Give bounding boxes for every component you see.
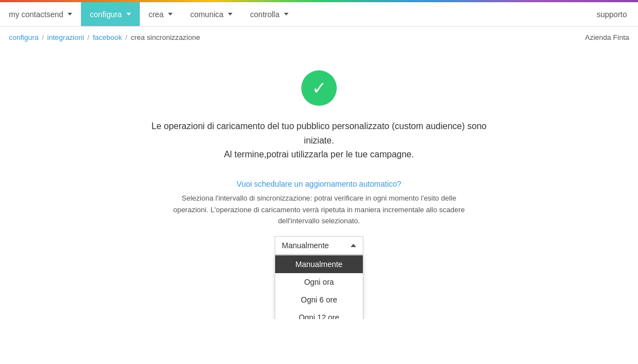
nav-support[interactable]: supporto (586, 2, 638, 26)
schedule-dropdown-trigger[interactable]: Manualmente (275, 236, 363, 255)
nav-caret-controlla (284, 13, 288, 16)
dropdown-option-ogni-12-ore[interactable]: Ogni 12 ore (275, 309, 363, 319)
breadcrumb-sep-3: / (125, 33, 128, 42)
success-line1: Le operazioni di caricamento del tuo pub… (151, 121, 487, 131)
schedule-desc: Seleziona l'intervallo di sincronizzazio… (169, 193, 469, 227)
schedule-title: Vuoi schedulare un aggiornamento automat… (169, 180, 469, 188)
nav-item-comunica[interactable]: comunica (181, 2, 241, 26)
breadcrumb-sep-1: / (42, 33, 44, 42)
breadcrumb: configura / integrazioni / facebook / cr… (0, 27, 638, 48)
nav-item-controlla[interactable]: controlla (241, 2, 297, 26)
dropdown-selected-value: Manualmente (282, 241, 329, 250)
nav-support-label: supporto (597, 10, 627, 19)
schedule-section: Vuoi schedulare un aggiornamento automat… (169, 180, 469, 255)
breadcrumb-sep-2: / (88, 33, 90, 42)
nav-label-configura: configura (90, 10, 122, 19)
nav-label-comunica: comunica (190, 10, 224, 19)
nav-caret-my-contactsend (68, 13, 72, 16)
schedule-dropdown-menu: Manualmente Ogni ora Ogni 6 ore Ogni 12 … (275, 255, 363, 319)
main-content: ✓ Le operazioni di caricamento del tuo p… (0, 48, 638, 319)
schedule-dropdown-wrapper: Manualmente Manualmente Ogni ora Ogni 6 … (275, 236, 363, 255)
main-nav: my contactsend configura crea comunica c… (0, 2, 638, 27)
breadcrumb-configura[interactable]: configura (9, 33, 38, 42)
dropdown-option-ogni-6-ore[interactable]: Ogni 6 ore (275, 291, 363, 309)
nav-label-crea: crea (149, 10, 164, 19)
nav-label-my-contactsend: my contactsend (9, 10, 63, 19)
nav-item-my-contactsend[interactable]: my contactsend (0, 2, 81, 26)
nav-caret-crea (168, 13, 173, 16)
success-message: Le operazioni di caricamento del tuo pub… (151, 119, 487, 162)
dropdown-option-manualmente[interactable]: Manualmente (275, 255, 363, 273)
dropdown-option-ogni-ora[interactable]: Ogni ora (275, 273, 363, 291)
success-line2: iniziate. (304, 136, 334, 145)
success-line3: Al termine,potrai utilizzarla per le tue… (224, 150, 414, 159)
checkmark-icon: ✓ (312, 79, 327, 97)
nav-caret-comunica (228, 13, 232, 16)
nav-label-controlla: controlla (250, 10, 280, 19)
nav-caret-configura (126, 13, 131, 16)
success-icon: ✓ (301, 70, 337, 106)
breadcrumb-integrazioni[interactable]: integrazioni (47, 33, 84, 42)
breadcrumb-current: crea sincronizzazione (131, 33, 200, 42)
breadcrumb-company: Azienda Finta (585, 33, 630, 42)
breadcrumb-facebook[interactable]: facebook (93, 33, 122, 42)
dropdown-caret-up-icon (351, 244, 356, 247)
nav-item-configura[interactable]: configura (81, 2, 140, 26)
nav-item-crea[interactable]: crea (140, 2, 181, 26)
